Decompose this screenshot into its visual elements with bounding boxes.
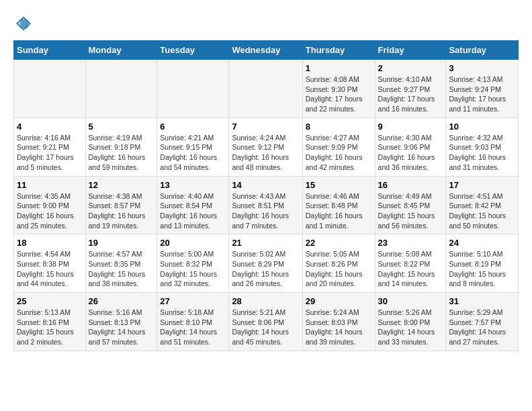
calendar-cell: 8Sunrise: 4:27 AM Sunset: 9:09 PM Daylig… [302,118,375,176]
day-number: 7 [232,122,299,132]
day-info: Sunrise: 4:30 AM Sunset: 9:06 PM Dayligh… [378,133,443,173]
day-info: Sunrise: 4:54 AM Sunset: 8:38 PM Dayligh… [17,249,83,289]
calendar-week-5: 25Sunrise: 5:13 AM Sunset: 8:16 PM Dayli… [14,293,519,351]
calendar-cell: 28Sunrise: 5:21 AM Sunset: 8:06 PM Dayli… [229,293,302,351]
calendar-cell: 10Sunrise: 4:32 AM Sunset: 9:03 PM Dayli… [446,118,519,176]
calendar-cell: 3Sunrise: 4:13 AM Sunset: 9:24 PM Daylig… [446,60,519,118]
day-number: 19 [89,238,154,248]
day-info: Sunrise: 4:27 AM Sunset: 9:09 PM Dayligh… [306,133,372,173]
weekday-header-saturday: Saturday [446,41,519,60]
weekday-header-thursday: Thursday [302,41,375,60]
day-info: Sunrise: 4:24 AM Sunset: 9:12 PM Dayligh… [232,133,299,173]
day-number: 27 [160,296,226,306]
day-number: 21 [232,238,299,248]
calendar-cell: 2Sunrise: 4:10 AM Sunset: 9:27 PM Daylig… [375,60,446,118]
calendar-cell: 25Sunrise: 5:13 AM Sunset: 8:16 PM Dayli… [14,293,86,351]
day-info: Sunrise: 5:05 AM Sunset: 8:26 PM Dayligh… [306,249,372,289]
day-number: 1 [306,63,372,73]
logo-icon [13,13,34,34]
day-info: Sunrise: 4:32 AM Sunset: 9:03 PM Dayligh… [449,133,515,173]
calendar-cell: 22Sunrise: 5:05 AM Sunset: 8:26 PM Dayli… [302,234,375,293]
day-number: 5 [89,122,154,132]
calendar-cell: 15Sunrise: 4:46 AM Sunset: 8:48 PM Dayli… [302,176,375,234]
calendar-week-1: 1Sunrise: 4:08 AM Sunset: 9:30 PM Daylig… [14,60,519,118]
day-number: 25 [17,296,83,306]
calendar-cell: 30Sunrise: 5:26 AM Sunset: 8:00 PM Dayli… [375,293,446,351]
calendar-cell: 5Sunrise: 4:19 AM Sunset: 9:18 PM Daylig… [85,118,157,176]
calendar-cell [14,60,86,118]
day-info: Sunrise: 4:10 AM Sunset: 9:27 PM Dayligh… [378,75,443,114]
day-number: 4 [17,122,83,132]
day-number: 20 [160,238,226,248]
logo [13,13,36,34]
day-info: Sunrise: 4:49 AM Sunset: 8:45 PM Dayligh… [378,191,443,231]
day-info: Sunrise: 5:00 AM Sunset: 8:32 PM Dayligh… [160,249,226,289]
calendar-cell: 11Sunrise: 4:35 AM Sunset: 9:00 PM Dayli… [14,176,86,234]
day-number: 26 [89,296,154,306]
calendar-cell: 16Sunrise: 4:49 AM Sunset: 8:45 PM Dayli… [375,176,446,234]
day-number: 16 [378,180,443,190]
calendar-week-4: 18Sunrise: 4:54 AM Sunset: 8:38 PM Dayli… [14,234,519,293]
calendar-cell: 18Sunrise: 4:54 AM Sunset: 8:38 PM Dayli… [14,234,86,293]
calendar-cell: 4Sunrise: 4:16 AM Sunset: 9:21 PM Daylig… [14,118,86,176]
day-number: 17 [449,180,515,190]
day-number: 12 [89,180,154,190]
day-info: Sunrise: 4:38 AM Sunset: 8:57 PM Dayligh… [89,191,154,231]
calendar-cell: 7Sunrise: 4:24 AM Sunset: 9:12 PM Daylig… [229,118,302,176]
day-info: Sunrise: 4:51 AM Sunset: 8:42 PM Dayligh… [449,191,515,231]
day-number: 31 [449,296,515,306]
day-info: Sunrise: 5:16 AM Sunset: 8:13 PM Dayligh… [89,308,154,347]
day-info: Sunrise: 4:35 AM Sunset: 9:00 PM Dayligh… [17,191,83,231]
day-number: 3 [449,63,515,73]
calendar-table: SundayMondayTuesdayWednesdayThursdayFrid… [13,40,519,351]
calendar-week-3: 11Sunrise: 4:35 AM Sunset: 9:00 PM Dayli… [14,176,519,234]
day-number: 6 [160,122,226,132]
weekday-header-friday: Friday [375,41,446,60]
day-info: Sunrise: 4:43 AM Sunset: 8:51 PM Dayligh… [232,191,299,231]
day-info: Sunrise: 4:19 AM Sunset: 9:18 PM Dayligh… [89,133,154,173]
day-info: Sunrise: 4:40 AM Sunset: 8:54 PM Dayligh… [160,191,226,231]
day-number: 22 [306,238,372,248]
calendar-cell [229,60,302,118]
day-info: Sunrise: 4:46 AM Sunset: 8:48 PM Dayligh… [306,191,372,231]
day-info: Sunrise: 5:08 AM Sunset: 8:22 PM Dayligh… [378,249,443,289]
day-number: 2 [378,63,443,73]
day-info: Sunrise: 5:10 AM Sunset: 8:19 PM Dayligh… [449,249,515,289]
calendar-cell: 12Sunrise: 4:38 AM Sunset: 8:57 PM Dayli… [85,176,157,234]
calendar-cell: 14Sunrise: 4:43 AM Sunset: 8:51 PM Dayli… [229,176,302,234]
day-info: Sunrise: 5:24 AM Sunset: 8:03 PM Dayligh… [306,308,372,347]
calendar-cell: 13Sunrise: 4:40 AM Sunset: 8:54 PM Dayli… [157,176,229,234]
day-info: Sunrise: 4:21 AM Sunset: 9:15 PM Dayligh… [160,133,226,173]
calendar-cell: 6Sunrise: 4:21 AM Sunset: 9:15 PM Daylig… [157,118,229,176]
day-info: Sunrise: 5:02 AM Sunset: 8:29 PM Dayligh… [232,249,299,289]
weekday-header-tuesday: Tuesday [157,41,229,60]
weekday-header-wednesday: Wednesday [229,41,302,60]
page-header [13,13,519,34]
day-info: Sunrise: 5:18 AM Sunset: 8:10 PM Dayligh… [160,308,226,347]
day-number: 15 [306,180,372,190]
calendar-header: SundayMondayTuesdayWednesdayThursdayFrid… [14,41,519,60]
calendar-cell: 27Sunrise: 5:18 AM Sunset: 8:10 PM Dayli… [157,293,229,351]
day-number: 28 [232,296,299,306]
day-number: 13 [160,180,226,190]
weekday-header-row: SundayMondayTuesdayWednesdayThursdayFrid… [14,41,519,60]
day-number: 9 [378,122,443,132]
day-number: 23 [378,238,443,248]
calendar-week-2: 4Sunrise: 4:16 AM Sunset: 9:21 PM Daylig… [14,118,519,176]
day-info: Sunrise: 4:16 AM Sunset: 9:21 PM Dayligh… [17,133,83,173]
day-number: 29 [306,296,372,306]
day-info: Sunrise: 5:13 AM Sunset: 8:16 PM Dayligh… [17,308,83,347]
day-number: 18 [17,238,83,248]
weekday-header-sunday: Sunday [14,41,86,60]
calendar-cell: 26Sunrise: 5:16 AM Sunset: 8:13 PM Dayli… [85,293,157,351]
day-number: 30 [378,296,443,306]
day-info: Sunrise: 4:08 AM Sunset: 9:30 PM Dayligh… [306,75,372,114]
calendar-cell: 29Sunrise: 5:24 AM Sunset: 8:03 PM Dayli… [302,293,375,351]
day-number: 10 [449,122,515,132]
day-info: Sunrise: 5:21 AM Sunset: 8:06 PM Dayligh… [232,308,299,347]
day-number: 8 [306,122,372,132]
calendar-cell: 19Sunrise: 4:57 AM Sunset: 8:35 PM Dayli… [85,234,157,293]
calendar-cell: 1Sunrise: 4:08 AM Sunset: 9:30 PM Daylig… [302,60,375,118]
calendar-cell: 23Sunrise: 5:08 AM Sunset: 8:22 PM Dayli… [375,234,446,293]
day-number: 14 [232,180,299,190]
